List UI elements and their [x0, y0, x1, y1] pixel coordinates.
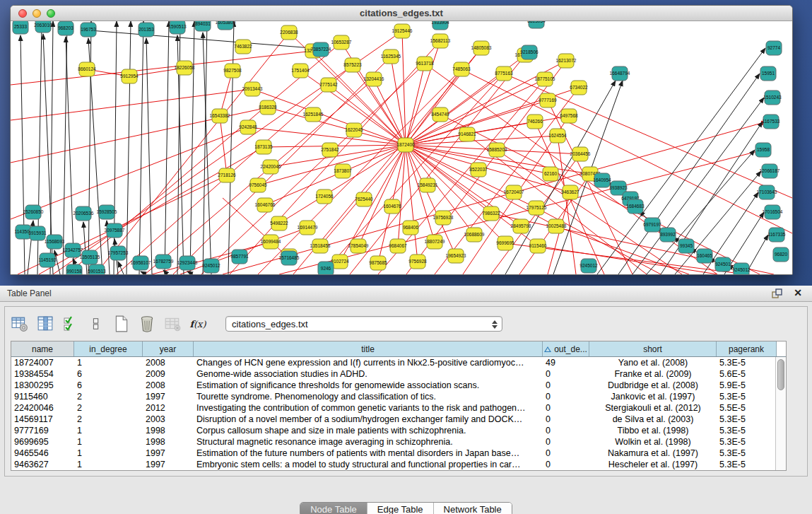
- column-header-out-degree[interactable]: out_de...: [543, 341, 589, 356]
- graph-node[interactable]: 13505135: [80, 250, 100, 264]
- graph-node[interactable]: 28495798: [511, 219, 531, 233]
- graph-node[interactable]: 1590513: [168, 21, 187, 34]
- graph-node[interactable]: 990158: [66, 264, 82, 274]
- graph-node[interactable]: 25333: [13, 21, 28, 34]
- graph-node[interactable]: 9613718: [416, 57, 434, 71]
- graph-node[interactable]: 9756045: [249, 178, 267, 192]
- graph-node[interactable]: 893992: [660, 228, 676, 242]
- table-row[interactable]: 2242004622012Investigating the contribut…: [11, 402, 786, 414]
- tab-edge-table[interactable]: Edge Table: [367, 503, 434, 514]
- graph-node[interactable]: 1624554: [548, 129, 567, 143]
- close-panel-icon[interactable]: ✕: [794, 287, 802, 298]
- graph-node[interactable]: 18807249: [425, 235, 445, 249]
- graph-node[interactable]: 9777169: [539, 93, 557, 107]
- graph-node[interactable]: 3915931: [28, 226, 47, 240]
- graph-node[interactable]: 2751842: [321, 143, 339, 157]
- create-column-icon[interactable]: [112, 315, 131, 333]
- graph-node[interactable]: 10688609: [464, 228, 485, 242]
- graph-node[interactable]: 8186328: [259, 100, 277, 115]
- graph-hub-node[interactable]: 1872400: [396, 138, 415, 152]
- graph-node[interactable]: 5912954: [120, 69, 139, 83]
- graph-node[interactable]: 2718126: [218, 168, 236, 182]
- table-row[interactable]: 969969511998Structural magnetic resonanc…: [11, 436, 786, 448]
- graph-node[interactable]: 16053809: [216, 21, 236, 30]
- graph-node[interactable]: 16251845: [303, 107, 324, 122]
- graph-node[interactable]: 6734022: [570, 81, 588, 95]
- graph-node[interactable]: 19654923: [446, 249, 466, 263]
- graph-node[interactable]: 9699695: [496, 236, 514, 250]
- graph-node[interactable]: 8813054: [527, 21, 546, 28]
- graph-node[interactable]: 10653287: [331, 35, 352, 49]
- graph-node[interactable]: 15928505: [97, 205, 117, 219]
- graph-node[interactable]: 9146821: [458, 127, 476, 141]
- table-mode-icon[interactable]: [11, 315, 29, 333]
- graph-node[interactable]: 1684683: [626, 199, 645, 214]
- graph-node[interactable]: 1724056: [315, 189, 334, 204]
- graph-node[interactable]: 20913443: [242, 82, 263, 96]
- graph-node[interactable]: 1933904: [431, 21, 449, 30]
- graph-node[interactable]: 12923448: [177, 256, 198, 270]
- graph-node[interactable]: 9242848: [239, 120, 257, 134]
- graph-node[interactable]: 25260850: [23, 205, 44, 219]
- graph-node[interactable]: 5498222: [270, 216, 288, 230]
- graph-node[interactable]: 1873135: [254, 140, 273, 154]
- graph-node[interactable]: 73857224: [311, 42, 331, 57]
- graph-node[interactable]: 17854049: [348, 239, 369, 253]
- graph-node[interactable]: 15885203: [487, 143, 507, 157]
- column-header-pagerank[interactable]: pagerank: [717, 341, 777, 356]
- function-builder-icon[interactable]: f(x): [189, 315, 207, 333]
- table-row[interactable]: 911546021997Tourette syndrome. Phenomeno…: [11, 391, 786, 402]
- graph-node[interactable]: 6497568: [560, 109, 578, 123]
- graph-node[interactable]: 9246: [318, 262, 334, 274]
- graph-node[interactable]: 201353: [139, 23, 154, 37]
- graph-node[interactable]: 30975887: [105, 223, 125, 238]
- tab-node-table[interactable]: Node Table: [300, 503, 367, 514]
- graph-node[interactable]: 9463627: [561, 185, 579, 199]
- graph-node[interactable]: 13204416: [364, 72, 384, 86]
- import-table-icon[interactable]: [163, 315, 182, 333]
- graph-node[interactable]: 2775142: [319, 78, 338, 92]
- table-scrollbar[interactable]: [775, 357, 786, 471]
- graph-node[interactable]: 62160: [543, 167, 558, 181]
- graph-node[interactable]: 15716485: [279, 251, 300, 265]
- graph-node[interactable]: 16213072: [556, 54, 577, 68]
- graph-node[interactable]: 7986322: [482, 206, 500, 221]
- table-selector-dropdown[interactable]: citations_edges.txt: [225, 316, 502, 332]
- table-row[interactable]: 977716911998Corpus callosum shape and si…: [11, 425, 786, 436]
- graph-node[interactable]: 5901513: [88, 264, 106, 274]
- graph-node[interactable]: 2206838: [280, 25, 298, 40]
- graph-node[interactable]: 7625440: [355, 192, 373, 206]
- graph-node[interactable]: 9684067: [389, 239, 407, 253]
- graph-node[interactable]: 894031: [195, 21, 211, 31]
- graph-node[interactable]: 9115460: [529, 239, 547, 253]
- graph-node[interactable]: 9857791: [230, 250, 249, 264]
- graph-node[interactable]: 17975125: [526, 201, 547, 215]
- graph-node[interactable]: 968203: [58, 21, 73, 35]
- graph-node[interactable]: 17103643: [757, 185, 777, 199]
- graph-node[interactable]: 1622045: [345, 123, 363, 137]
- float-window-icon[interactable]: [771, 288, 784, 299]
- graph-node[interactable]: 2063010: [34, 21, 52, 33]
- graph-node[interactable]: 18775105: [535, 72, 555, 86]
- table-row[interactable]: 1872400712008Changes of HCN gene express…: [11, 357, 786, 368]
- scrollbar-thumb[interactable]: [777, 359, 784, 390]
- citation-network-graph[interactable]: 8660124591295418226058746382298275081654…: [11, 21, 792, 274]
- graph-node[interactable]: 746266: [527, 115, 543, 129]
- graph-node[interactable]: 16543382: [210, 109, 230, 123]
- graph-node[interactable]: 22420046: [261, 160, 281, 174]
- graph-node[interactable]: 9245012: [202, 259, 220, 273]
- column-header-title[interactable]: title: [194, 341, 543, 356]
- graph-node[interactable]: 196753: [81, 23, 96, 37]
- window-titlebar[interactable]: citations_edges.txt: [11, 6, 792, 21]
- graph-node[interactable]: 1167533: [763, 115, 780, 129]
- table-row[interactable]: 1456911722003Disruption of a novel membe…: [11, 414, 786, 425]
- graph-node[interactable]: 16958107: [131, 256, 151, 270]
- graph-node[interactable]: 17957253: [108, 246, 129, 260]
- column-header-in-degree[interactable]: in_degree: [74, 341, 143, 356]
- graph-node[interactable]: 13518458: [310, 239, 331, 253]
- graph-node[interactable]: 8454749: [431, 107, 449, 122]
- show-columns-icon[interactable]: [36, 315, 54, 333]
- graph-node[interactable]: 16720407: [504, 185, 524, 199]
- graph-node[interactable]: 1604676: [383, 199, 401, 214]
- graph-node[interactable]: 1510243: [763, 90, 782, 105]
